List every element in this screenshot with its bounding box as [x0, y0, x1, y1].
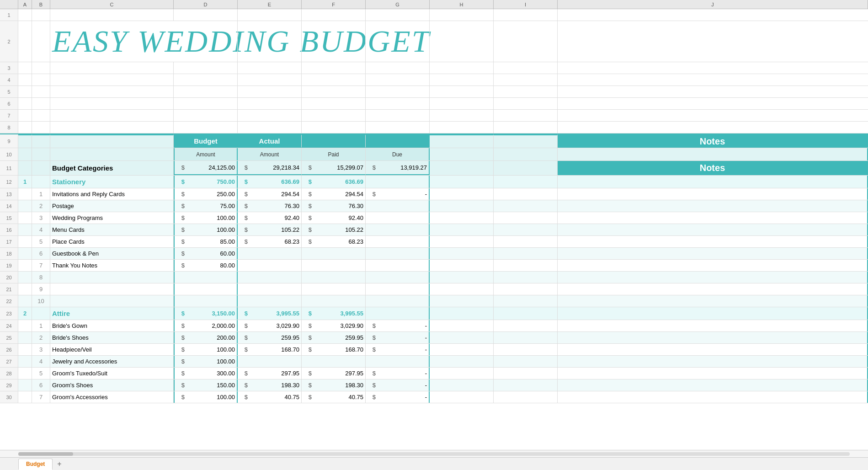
row-thankyou: 19 7 Thank You Notes $80.00: [0, 260, 868, 272]
row-grooms-accessories: 30 7 Groom's Accessories $100.00 $40.75 …: [0, 391, 868, 403]
row-22: 22 10: [0, 295, 868, 307]
item-postage: Postage: [50, 200, 174, 212]
row-1: 1: [0, 9, 868, 21]
item-headpiece: Headpiece/Veil: [50, 344, 174, 355]
actual-amount-header: Amount: [238, 148, 302, 160]
notes-label: Notes: [558, 161, 868, 175]
row-21: 21 9: [0, 283, 868, 295]
item-programs: Wedding Programs: [50, 212, 174, 224]
budget-amount-header: Amount: [174, 148, 238, 160]
cat-row-stationery: 12 1 Stationery $750.00 $636.69 $636.69: [0, 176, 868, 188]
header-row-10: 10 Amount Amount Paid Due: [0, 148, 868, 161]
sheet-tab-budget[interactable]: Budget: [18, 459, 53, 470]
col-header-d: D: [174, 0, 238, 9]
col-header-b: B: [32, 0, 50, 9]
col-header-f: F: [302, 0, 366, 9]
row-brides-gown: 24 1 Bride's Gown $2,000.00 $3,029.90 $3…: [0, 320, 868, 332]
scroll-thumb[interactable]: [18, 452, 73, 456]
item-thankyou: Thank You Notes: [50, 260, 174, 271]
row-7: 7: [0, 110, 868, 122]
row-programs: 15 3 Wedding Programs $100.00 $92.40 $92…: [0, 212, 868, 224]
col-header-g: G: [366, 0, 430, 9]
item-grooms-shoes: Groom's Shoes: [50, 379, 174, 391]
paid-header: Paid: [302, 148, 366, 160]
row-5: 5: [0, 86, 868, 98]
row-3: 3: [0, 62, 868, 74]
item-grooms-tux: Groom's Tuxedo/Suit: [50, 368, 174, 379]
budget-categories-label: Budget Categories: [50, 161, 174, 175]
row-brides-shoes: 25 2 Bride's Shoes $200.00 $259.95 $259.…: [0, 332, 868, 344]
item-jewelry: Jewelry and Accessories: [50, 356, 174, 367]
row-grooms-shoes: 29 6 Groom's Shoes $150.00 $198.30 $198.…: [0, 379, 868, 391]
row-8: 8: [0, 122, 868, 134]
row-6: 6: [0, 98, 868, 110]
corner-cell: [0, 0, 18, 9]
sheet-body: 1 2 EASY WEDDING BUDGET: [0, 9, 868, 403]
item-menu-cards: Menu Cards: [50, 224, 174, 235]
column-headers: A B C D E F G H I J: [0, 0, 868, 9]
col-header-j: J: [558, 0, 868, 9]
item-brides-gown: Bride's Gown: [50, 320, 174, 331]
row-menu-cards: 16 4 Menu Cards $100.00 $105.22 $105.22: [0, 224, 868, 236]
col-header-i: I: [494, 0, 558, 9]
row-20: 20 8: [0, 272, 868, 283]
totals-row: 11 Budget Categories $ 24,125.00 $ 29,21…: [0, 161, 868, 176]
col-header-c: C: [50, 0, 174, 9]
col-header-e: E: [238, 0, 302, 9]
due-header: Due: [366, 148, 430, 160]
cat-attire-name: Attire: [50, 307, 174, 320]
row-headpiece: 26 3 Headpiece/Veil $100.00 $168.70 $168…: [0, 344, 868, 356]
row-guestbook: 18 6 Guestbook & Pen $60.00: [0, 248, 868, 260]
scroll-track[interactable]: [18, 452, 850, 456]
row-place-cards: 17 5 Place Cards $85.00 $68.23 $68.23: [0, 236, 868, 248]
row-grooms-tux: 28 5 Groom's Tuxedo/Suit $300.00 $297.95…: [0, 368, 868, 379]
row-jewelry: 27 4 Jewelry and Accessories $100.00: [0, 356, 868, 368]
title-row: 2 EASY WEDDING BUDGET: [0, 21, 868, 62]
col-header-a: A: [18, 0, 32, 9]
notes-header: Notes: [558, 134, 868, 148]
horizontal-scrollbar[interactable]: [0, 450, 868, 457]
col-header-h: H: [430, 0, 494, 9]
spreadsheet: A B C D E F G H I J 1 2: [0, 0, 868, 470]
row-invitations: 13 1 Invitations and Reply Cards $250.00…: [0, 188, 868, 200]
header-row-9: 9 Budget Actual Notes: [0, 134, 868, 148]
cat-row-attire: 23 2 Attire $3,150.00 $3,995.55 $3,995.5…: [0, 307, 868, 320]
item-invitations: Invitations and Reply Cards: [50, 188, 174, 200]
add-sheet-button[interactable]: +: [53, 458, 65, 470]
sheet-tabs: Budget +: [0, 457, 868, 470]
item-grooms-accessories: Groom's Accessories: [50, 391, 174, 403]
row-4: 4: [0, 74, 868, 86]
item-guestbook: Guestbook & Pen: [50, 248, 174, 259]
row-postage: 14 2 Postage $75.00 $76.30 $76.30: [0, 200, 868, 212]
item-place-cards: Place Cards: [50, 236, 174, 247]
cat-stationery-name: Stationery: [50, 176, 174, 188]
budget-header: Budget: [174, 134, 238, 148]
item-brides-shoes: Bride's Shoes: [50, 332, 174, 343]
actual-header: Actual: [238, 134, 302, 148]
